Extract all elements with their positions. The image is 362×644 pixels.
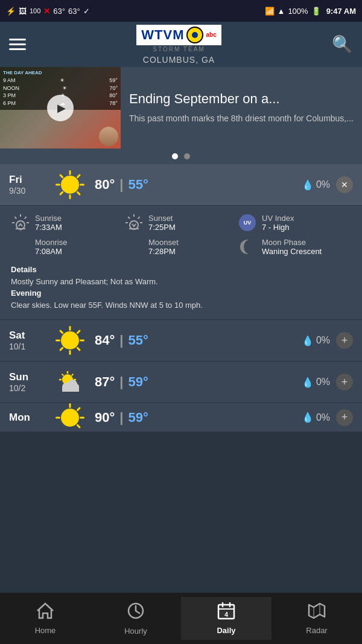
x-icon: ✕ xyxy=(43,7,50,16)
nav-item-daily[interactable]: 4 Daily xyxy=(181,597,272,640)
day-name-sat: Sat xyxy=(9,330,48,342)
battery-icon: 🔋 xyxy=(311,7,321,16)
day-date-sat: 10/1 xyxy=(9,342,48,351)
svg-rect-43 xyxy=(62,387,79,392)
day-label-sat: Sat 10/1 xyxy=(9,330,48,351)
precip-sat: 💧 0% xyxy=(302,335,330,346)
status-bar: ⚡ 🖼 100 ✕ 63° 63° ✓ 📶 ▲ 100% 🔋 9:47 AM xyxy=(0,0,362,22)
moonrise-icon xyxy=(11,237,30,257)
menu-button[interactable] xyxy=(9,39,26,50)
anchor-avatar xyxy=(99,127,118,146)
moonrise-text: Moonrise 7:08AM xyxy=(35,238,67,256)
precip-fri: 💧 0% xyxy=(302,179,330,191)
svg-point-16 xyxy=(130,221,138,229)
details-prose: Details Mostly Sunny and Pleasant; Not a… xyxy=(11,264,351,311)
main-content: THE DAY AHEAD 9 AM☀59° NOON☀70° 3 PM☀80°… xyxy=(0,67,362,569)
day-details-fri: Sunrise 7:33AM xyxy=(0,206,362,320)
svg-rect-47 xyxy=(76,406,81,411)
temp-low-fri: 55° xyxy=(128,177,148,193)
moon-phase-text: Moon Phase Waning Crescent xyxy=(262,238,322,256)
status-right: 📶 ▲ 100% 🔋 9:47 AM xyxy=(265,7,357,16)
svg-rect-4 xyxy=(76,174,81,179)
day-row-mon[interactable]: Mon 90° | 59° 💧 0% + xyxy=(0,403,362,432)
svg-rect-31 xyxy=(59,330,64,334)
news-excerpt: This past month marks the 8th driest mon… xyxy=(129,113,354,125)
sun-icon-mon xyxy=(54,403,86,432)
svg-line-39 xyxy=(72,374,74,376)
uv-item: UV UV Index 7 - High xyxy=(238,213,351,232)
precip-sun: 💧 0% xyxy=(302,377,330,388)
battery-pct: 100% xyxy=(288,7,308,16)
sunset-icon xyxy=(124,213,144,232)
sun-icon-fri xyxy=(54,169,86,200)
expand-button-sun[interactable]: + xyxy=(336,374,353,391)
time: 9:47 AM xyxy=(326,7,356,16)
image-icon: 🖼 xyxy=(19,7,27,16)
spacer xyxy=(0,432,362,456)
svg-text:4: 4 xyxy=(224,611,229,618)
svg-rect-28 xyxy=(80,340,84,342)
sunrise-item: Sunrise 7:33AM xyxy=(11,213,124,232)
svg-rect-29 xyxy=(76,330,81,334)
day-row-sat[interactable]: Sat 10/1 84° | 55° xyxy=(0,320,362,362)
temps-sat: 84° | 55° xyxy=(95,333,302,348)
svg-line-38 xyxy=(62,374,64,376)
svg-line-51 xyxy=(136,611,139,613)
news-card[interactable]: THE DAY AHEAD 9 AM☀59° NOON☀70° 3 PM☀80°… xyxy=(0,67,362,148)
usb-icon: ⚡ xyxy=(6,7,16,16)
expand-button-mon[interactable]: + xyxy=(336,409,353,426)
sunset-text: Sunset 7:25PM xyxy=(148,214,176,232)
nav-item-hourly[interactable]: Hourly xyxy=(91,597,181,640)
news-thumbnail[interactable]: THE DAY AHEAD 9 AM☀59° NOON☀70° 3 PM☀80°… xyxy=(0,67,121,148)
dot-2[interactable] xyxy=(184,153,190,159)
day-label-fri: Fri 9/30 xyxy=(9,174,48,196)
svg-rect-7 xyxy=(76,191,81,196)
news-title: Ending September on a... xyxy=(129,91,354,108)
close-button-fri[interactable]: ✕ xyxy=(336,176,353,193)
header: WTVM abc STORM TEAM COLUMBUS, GA 🔍 xyxy=(0,22,362,67)
sun-icon-sat xyxy=(54,325,86,356)
signal-bars-icon: ▲ xyxy=(278,7,285,16)
svg-point-24 xyxy=(244,240,256,254)
nav-label-radar: Radar xyxy=(306,626,327,635)
svg-line-20 xyxy=(128,217,130,218)
pagination-dots xyxy=(0,148,362,164)
temp2: 63° xyxy=(68,7,80,16)
svg-rect-26 xyxy=(69,350,71,355)
check-icon: ✓ xyxy=(83,7,90,16)
uv-text: UV Index 7 - High xyxy=(262,214,294,232)
day-label-mon: Mon xyxy=(9,412,48,424)
nav-item-radar[interactable]: Radar xyxy=(272,598,362,640)
svg-rect-27 xyxy=(56,340,60,342)
status-left: ⚡ 🖼 100 ✕ 63° 63° ✓ xyxy=(6,7,90,16)
svg-rect-6 xyxy=(59,174,64,179)
city-label: COLUMBUS, GA xyxy=(143,55,215,65)
moon-phase-item: Moon Phase Waning Crescent xyxy=(238,237,351,257)
moon-phase-icon xyxy=(238,237,257,257)
signal-icon: 100 xyxy=(30,7,40,14)
svg-rect-46 xyxy=(80,416,84,418)
detail-grid: Sunrise 7:33AM xyxy=(11,213,351,257)
svg-rect-3 xyxy=(80,184,84,186)
day-date-fri: 9/30 xyxy=(9,186,48,196)
temp1: 63° xyxy=(53,7,65,16)
logo-circle xyxy=(186,27,203,43)
expand-button-sat[interactable]: + xyxy=(336,332,353,349)
nav-label-hourly: Hourly xyxy=(124,626,147,636)
svg-line-14 xyxy=(25,217,27,218)
day-row-fri[interactable]: Fri 9/30 80° | 55° xyxy=(0,164,362,206)
search-button[interactable]: 🔍 xyxy=(332,34,353,54)
dot-1[interactable] xyxy=(172,153,178,159)
drop-icon-fri: 💧 xyxy=(302,179,314,191)
day-label-sun: Sun 10/2 xyxy=(9,371,48,393)
svg-rect-45 xyxy=(56,416,60,418)
calendar-icon: 4 xyxy=(217,602,235,622)
svg-rect-2 xyxy=(56,184,60,186)
svg-rect-0 xyxy=(69,170,71,175)
svg-rect-25 xyxy=(69,326,71,331)
svg-rect-1 xyxy=(69,194,71,199)
day-row-sun[interactable]: Sun 10/2 87° | 59° xyxy=(0,362,362,403)
temps-fri: 80° | 55° xyxy=(95,177,302,193)
nav-item-home[interactable]: Home xyxy=(0,598,91,640)
play-button[interactable] xyxy=(47,95,74,121)
